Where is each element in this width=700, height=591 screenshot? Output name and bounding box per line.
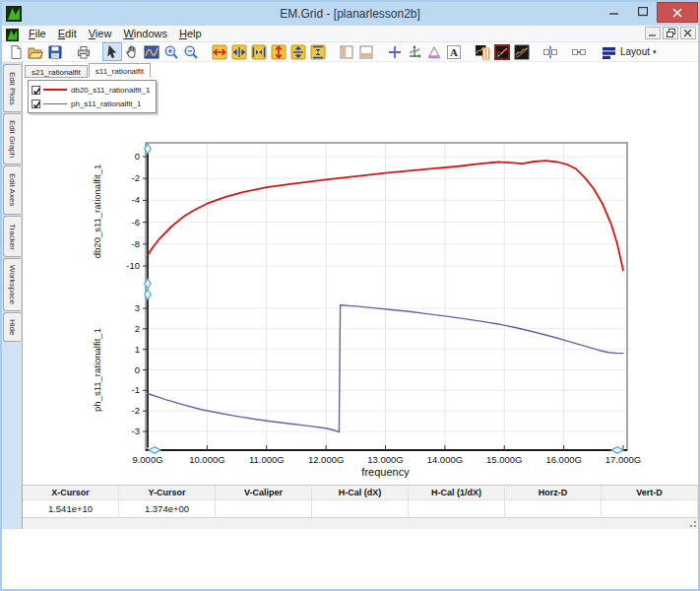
sidebar-tab-edit-plots[interactable]: Edit Plots [3,64,21,112]
close-button[interactable] [657,2,698,23]
y-axis-title: ph_s11_rationalfit_1 [92,328,102,412]
open-folder-button[interactable] [26,42,45,61]
zoom-out-icon [183,44,199,60]
distribute-horizontal-button[interactable] [569,42,589,61]
layout-dropdown[interactable]: Layout▾ [598,42,661,61]
axis-handle-icon[interactable] [611,447,623,453]
toolbar-separator [589,51,598,52]
h-fit-button[interactable] [210,42,229,61]
mdi-restore-button[interactable] [663,27,678,39]
sidebar-tab-edit-graph[interactable]: Edit Graph [3,113,21,164]
maximize-button[interactable] [628,2,657,21]
distribute-horizontal-icon [571,44,587,60]
text-label-button[interactable]: A [444,42,464,61]
y-tick-label: -3 [132,426,140,436]
open-folder-icon [28,44,43,60]
mdi-minimize-button[interactable] [645,27,661,39]
v-shrink-icon [310,44,326,60]
mdi-close-button[interactable] [680,27,696,39]
x-tick-label: 10.000G [189,454,224,465]
tracker-axes-button[interactable] [405,42,424,61]
distribute-vertical-button[interactable] [541,42,560,61]
window-title: EM.Grid - [planarlesson2b] [2,7,698,21]
zoom-in-button[interactable] [161,42,181,61]
y-tick-label: -2 [132,172,140,183]
status-value-h-cal-1-dx- [409,500,505,517]
select-arrow-button[interactable] [102,42,122,61]
toolbar-separator [532,51,541,52]
status-header-horz-d: Horz-D [505,486,602,499]
y-tick-label: -4 [132,194,140,205]
v-fit-button[interactable] [269,42,288,61]
toolbar-separator [328,51,337,52]
minimize-button[interactable] [600,2,628,21]
menu-help[interactable]: Help [173,27,208,40]
status-value-h-cal-dx- [312,500,409,517]
y-tick-label: -1 [132,384,140,395]
legend-checkbox[interactable] [32,86,40,95]
sidebar-tab-workspace[interactable]: Workspace [3,258,21,311]
v-shrink-button[interactable] [308,42,328,61]
graph-dual-button[interactable] [512,42,532,61]
menu-bar: FileEditViewWindowsHelp [2,26,698,42]
toolbar-separator [560,51,569,52]
legend-checkbox[interactable] [32,99,40,108]
h-shrink-button[interactable] [249,42,269,61]
caliper-button[interactable] [424,42,444,61]
x-tick-label: 9.000G [132,454,162,465]
sidebar-tab-hide[interactable]: Hide [3,312,21,342]
tab-s11_rationalfit[interactable]: s11_rationalfit [89,63,151,78]
panel-vertical-button[interactable] [337,42,356,61]
legend-label: ph_s11_rationalfit_1 [71,99,141,108]
zoom-out-button[interactable] [181,42,201,61]
add-plus-button[interactable] [385,42,405,61]
tab-s21_rationalfit[interactable]: s21_rationalfit [25,65,88,78]
x-tick-label: 17.000G [605,454,641,465]
graph-slider-button[interactable] [473,42,492,61]
title-bar: EM.Grid - [planarlesson2b] [2,2,698,26]
status-header-v-caliper: V-Caliper [216,486,312,499]
plot-svg[interactable]: 0-2-4-6-8-10db20_s11_rationalfit_13210-1… [23,78,698,545]
svg-text:A: A [450,46,458,58]
status-header-h-cal-dx-: H-Cal (dX) [312,486,409,499]
window-footer [23,517,698,529]
menu-edit[interactable]: Edit [52,27,83,40]
graph-dual-icon [514,44,530,60]
caliper-icon [426,44,442,60]
new-file-button[interactable] [6,42,26,61]
layout-icon [602,44,617,60]
y-tick-label: -8 [132,238,140,249]
axis-handle-icon[interactable] [149,447,160,453]
menu-windows[interactable]: Windows [117,27,173,40]
print-icon [76,44,92,60]
graph-red-button[interactable] [492,42,512,61]
plot-frame [146,143,627,450]
legend-line-sample [43,89,67,91]
x-tick-label: 11.000G [249,454,285,465]
menu-file[interactable]: File [23,27,52,40]
print-button[interactable] [74,42,94,61]
chevron-down-icon: ▾ [653,48,657,56]
document-icon [6,28,19,40]
y-tick-label: 0 [135,364,140,375]
panel-horizontal-button[interactable] [356,42,376,61]
graph-red-icon [494,44,510,60]
h-fit-icon [212,44,227,60]
pan-hand-button[interactable] [122,42,142,61]
new-file-icon [8,44,24,60]
save-button[interactable] [45,42,65,61]
x-axis-title: frequency [361,466,410,478]
v-expand-button[interactable] [288,42,308,61]
x-tick-label: 13.000G [367,454,403,465]
sidebar-tab-tracker[interactable]: Tracker [3,216,21,257]
menu-view[interactable]: View [83,27,118,40]
x-tick-label: 12.000G [308,454,344,465]
layout-label: Layout [620,46,650,57]
h-expand-button[interactable] [229,42,249,61]
sidebar-tab-edit-axes[interactable]: Edit Axes [3,165,21,215]
resize-grip-icon[interactable] [688,519,697,528]
distribute-vertical-icon [542,44,558,60]
pan-hand-icon [124,44,140,60]
zoom-region-button[interactable] [142,42,161,61]
tracker-status-bar: X-CursorY-CursorV-CaliperH-Cal (dX)H-Cal… [23,485,698,517]
